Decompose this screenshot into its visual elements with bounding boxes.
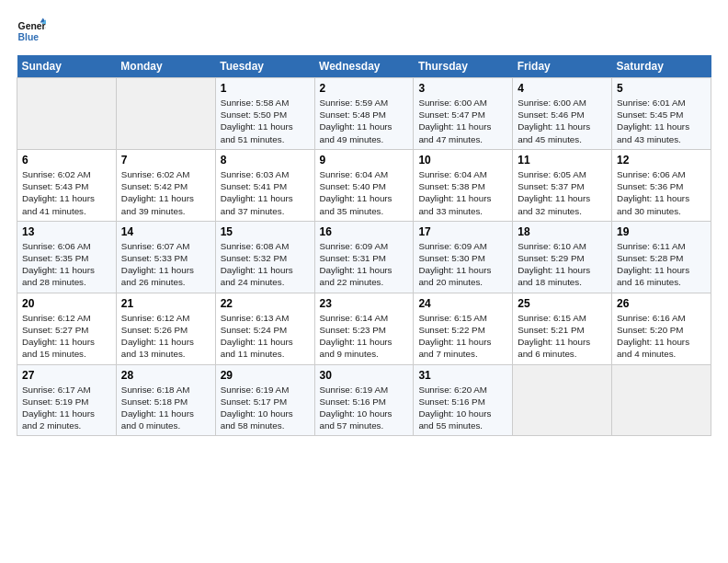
day-detail: Sunrise: 6:02 AMSunset: 5:43 PMDaylight:…: [22, 168, 111, 217]
calendar-cell: 12Sunrise: 6:06 AMSunset: 5:36 PMDayligh…: [612, 149, 711, 221]
logo: General Blue: [17, 17, 46, 46]
day-number: 24: [418, 297, 507, 310]
calendar-cell: 25Sunrise: 6:15 AMSunset: 5:21 PMDayligh…: [513, 293, 612, 364]
calendar-cell: 11Sunrise: 6:05 AMSunset: 5:37 PMDayligh…: [513, 149, 612, 221]
day-detail: Sunrise: 6:17 AMSunset: 5:19 PMDaylight:…: [22, 384, 111, 432]
calendar-cell: 3Sunrise: 6:00 AMSunset: 5:47 PMDaylight…: [414, 78, 513, 150]
day-detail: Sunrise: 6:15 AMSunset: 5:22 PMDaylight:…: [418, 312, 507, 361]
day-detail: Sunrise: 6:12 AMSunset: 5:27 PMDaylight:…: [22, 312, 111, 361]
day-number: 16: [320, 225, 409, 238]
day-detail: Sunrise: 6:14 AMSunset: 5:23 PMDaylight:…: [320, 312, 409, 361]
day-number: 12: [617, 154, 706, 167]
weekday-header-tuesday: Tuesday: [215, 55, 314, 78]
calendar-cell: 18Sunrise: 6:10 AMSunset: 5:29 PMDayligh…: [513, 221, 612, 293]
calendar-cell: 23Sunrise: 6:14 AMSunset: 5:23 PMDayligh…: [314, 293, 414, 364]
day-number: 13: [22, 225, 111, 238]
day-number: 17: [418, 225, 507, 238]
day-detail: Sunrise: 6:00 AMSunset: 5:46 PMDaylight:…: [518, 97, 607, 145]
day-detail: Sunrise: 6:20 AMSunset: 5:16 PMDaylight:…: [418, 384, 507, 432]
calendar-cell: 20Sunrise: 6:12 AMSunset: 5:27 PMDayligh…: [17, 293, 117, 364]
calendar-week-row: 20Sunrise: 6:12 AMSunset: 5:27 PMDayligh…: [17, 293, 711, 364]
day-detail: Sunrise: 6:05 AMSunset: 5:37 PMDaylight:…: [518, 168, 607, 217]
weekday-header-sunday: Sunday: [17, 55, 117, 78]
day-detail: Sunrise: 6:06 AMSunset: 5:35 PMDaylight:…: [22, 240, 111, 289]
day-detail: Sunrise: 6:06 AMSunset: 5:36 PMDaylight:…: [617, 168, 706, 217]
day-number: 8: [221, 154, 310, 167]
weekday-header-friday: Friday: [513, 55, 612, 78]
calendar-cell: 30Sunrise: 6:19 AMSunset: 5:16 PMDayligh…: [314, 364, 414, 436]
calendar-week-row: 1Sunrise: 5:58 AMSunset: 5:50 PMDaylight…: [17, 78, 711, 150]
calendar-cell: 28Sunrise: 6:18 AMSunset: 5:18 PMDayligh…: [116, 364, 215, 436]
calendar-cell: 9Sunrise: 6:04 AMSunset: 5:40 PMDaylight…: [314, 149, 414, 221]
day-number: 23: [320, 297, 409, 310]
day-number: 14: [121, 225, 210, 238]
calendar-cell: 16Sunrise: 6:09 AMSunset: 5:31 PMDayligh…: [314, 221, 414, 293]
page: General Blue SundayMondayTuesdayWednesda…: [0, 0, 728, 563]
day-detail: Sunrise: 6:02 AMSunset: 5:42 PMDaylight:…: [121, 168, 210, 217]
calendar-cell: 15Sunrise: 6:08 AMSunset: 5:32 PMDayligh…: [215, 221, 314, 293]
day-number: 22: [221, 297, 310, 310]
weekday-header-thursday: Thursday: [414, 55, 513, 78]
calendar-week-row: 6Sunrise: 6:02 AMSunset: 5:43 PMDaylight…: [17, 149, 711, 221]
calendar-cell: 31Sunrise: 6:20 AMSunset: 5:16 PMDayligh…: [414, 364, 513, 436]
weekday-header-monday: Monday: [116, 55, 215, 78]
day-detail: Sunrise: 6:18 AMSunset: 5:18 PMDaylight:…: [121, 384, 210, 432]
day-number: 6: [22, 154, 111, 167]
calendar-cell: 24Sunrise: 6:15 AMSunset: 5:22 PMDayligh…: [414, 293, 513, 364]
day-detail: Sunrise: 6:15 AMSunset: 5:21 PMDaylight:…: [518, 312, 607, 361]
day-number: 30: [320, 369, 409, 382]
day-number: 5: [617, 82, 706, 95]
day-number: 3: [418, 82, 507, 95]
weekday-header-row: SundayMondayTuesdayWednesdayThursdayFrid…: [17, 55, 711, 78]
calendar-cell: 1Sunrise: 5:58 AMSunset: 5:50 PMDaylight…: [215, 78, 314, 150]
header: General Blue: [17, 17, 711, 46]
day-detail: Sunrise: 6:16 AMSunset: 5:20 PMDaylight:…: [617, 312, 706, 361]
day-detail: Sunrise: 6:10 AMSunset: 5:29 PMDaylight:…: [518, 240, 607, 289]
calendar-cell: 17Sunrise: 6:09 AMSunset: 5:30 PMDayligh…: [414, 221, 513, 293]
day-number: 9: [320, 154, 409, 167]
calendar-cell: [513, 364, 612, 436]
calendar-cell: [612, 364, 711, 436]
day-number: 7: [121, 154, 210, 167]
day-number: 19: [617, 225, 706, 238]
calendar-week-row: 13Sunrise: 6:06 AMSunset: 5:35 PMDayligh…: [17, 221, 711, 293]
calendar-cell: [116, 78, 215, 150]
day-number: 10: [418, 154, 507, 167]
day-detail: Sunrise: 6:13 AMSunset: 5:24 PMDaylight:…: [221, 312, 310, 361]
day-number: 20: [22, 297, 111, 310]
calendar-cell: 21Sunrise: 6:12 AMSunset: 5:26 PMDayligh…: [116, 293, 215, 364]
day-detail: Sunrise: 5:59 AMSunset: 5:48 PMDaylight:…: [320, 97, 409, 145]
calendar-cell: 7Sunrise: 6:02 AMSunset: 5:42 PMDaylight…: [116, 149, 215, 221]
calendar-week-row: 27Sunrise: 6:17 AMSunset: 5:19 PMDayligh…: [17, 364, 711, 436]
calendar-cell: 8Sunrise: 6:03 AMSunset: 5:41 PMDaylight…: [215, 149, 314, 221]
day-detail: Sunrise: 6:03 AMSunset: 5:41 PMDaylight:…: [221, 168, 310, 217]
day-number: 29: [221, 369, 310, 382]
day-detail: Sunrise: 6:00 AMSunset: 5:47 PMDaylight:…: [418, 97, 507, 145]
weekday-header-wednesday: Wednesday: [314, 55, 414, 78]
day-number: 25: [518, 297, 607, 310]
day-detail: Sunrise: 6:04 AMSunset: 5:40 PMDaylight:…: [320, 168, 409, 217]
day-number: 2: [320, 82, 409, 95]
day-number: 26: [617, 297, 706, 310]
svg-text:General: General: [18, 21, 46, 31]
day-number: 4: [518, 82, 607, 95]
calendar-cell: 6Sunrise: 6:02 AMSunset: 5:43 PMDaylight…: [17, 149, 117, 221]
calendar-cell: 4Sunrise: 6:00 AMSunset: 5:46 PMDaylight…: [513, 78, 612, 150]
day-number: 11: [518, 154, 607, 167]
day-number: 31: [418, 369, 507, 382]
day-number: 15: [221, 225, 310, 238]
calendar-cell: 26Sunrise: 6:16 AMSunset: 5:20 PMDayligh…: [612, 293, 711, 364]
day-number: 1: [221, 82, 310, 95]
day-detail: Sunrise: 6:07 AMSunset: 5:33 PMDaylight:…: [121, 240, 210, 289]
calendar-cell: 13Sunrise: 6:06 AMSunset: 5:35 PMDayligh…: [17, 221, 117, 293]
day-detail: Sunrise: 6:11 AMSunset: 5:28 PMDaylight:…: [617, 240, 706, 289]
calendar-cell: 27Sunrise: 6:17 AMSunset: 5:19 PMDayligh…: [17, 364, 117, 436]
logo-icon: General Blue: [17, 17, 46, 46]
calendar-cell: [17, 78, 117, 150]
calendar-cell: 22Sunrise: 6:13 AMSunset: 5:24 PMDayligh…: [215, 293, 314, 364]
calendar-cell: 14Sunrise: 6:07 AMSunset: 5:33 PMDayligh…: [116, 221, 215, 293]
day-detail: Sunrise: 6:08 AMSunset: 5:32 PMDaylight:…: [221, 240, 310, 289]
day-detail: Sunrise: 6:09 AMSunset: 5:30 PMDaylight:…: [418, 240, 507, 289]
day-number: 28: [121, 369, 210, 382]
day-detail: Sunrise: 6:19 AMSunset: 5:17 PMDaylight:…: [221, 384, 310, 432]
